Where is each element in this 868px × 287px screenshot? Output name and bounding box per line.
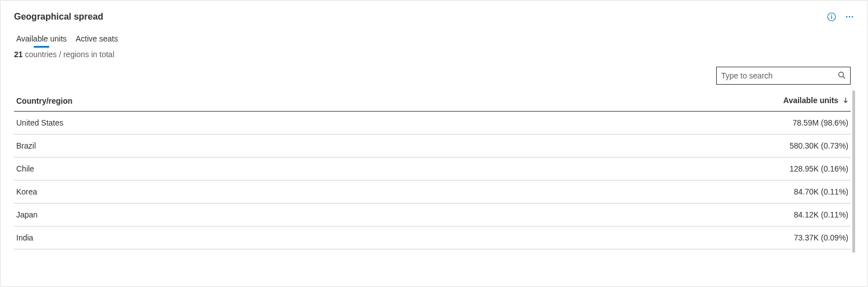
header-actions xyxy=(827,12,854,21)
svg-rect-2 xyxy=(831,16,832,19)
scrollbar[interactable] xyxy=(852,90,855,253)
svg-point-6 xyxy=(839,72,844,77)
table-row[interactable]: United States 78.59M (98.6%) xyxy=(14,112,851,135)
cell-value: 78.59M (98.6%) xyxy=(404,112,851,135)
tab-active-seats[interactable]: Active seats xyxy=(76,32,118,47)
svg-point-4 xyxy=(849,16,851,18)
search-row xyxy=(14,67,854,85)
geographical-spread-card: Geographical spread Available units xyxy=(0,0,868,287)
tab-available-units[interactable]: Available units xyxy=(16,32,67,47)
col-header-value[interactable]: Available units xyxy=(404,90,851,112)
card-header: Geographical spread xyxy=(14,12,854,22)
col-header-label: Available units xyxy=(783,96,838,105)
cell-value: 84.70K (0.11%) xyxy=(404,180,851,203)
svg-point-1 xyxy=(831,15,832,16)
cell-country: Chile xyxy=(14,158,404,180)
sort-desc-icon xyxy=(843,96,848,105)
cell-country: Brazil xyxy=(14,135,404,158)
cell-value: 73.37K (0.09%) xyxy=(404,226,851,249)
tabs: Available units Active seats xyxy=(14,32,854,47)
card-title: Geographical spread xyxy=(14,12,103,22)
summary-count: 21 xyxy=(14,50,23,59)
table-row[interactable]: Japan 84.12K (0.11%) xyxy=(14,203,851,226)
table-wrap: Country/region Available units xyxy=(14,90,854,249)
table-row[interactable]: Korea 84.70K (0.11%) xyxy=(14,180,851,203)
table-row[interactable]: India 73.37K (0.09%) xyxy=(14,226,851,249)
svg-point-3 xyxy=(846,16,848,18)
table-row[interactable]: Brazil 580.30K (0.73%) xyxy=(14,135,851,158)
tab-label: Available units xyxy=(16,34,67,43)
cell-country: Japan xyxy=(14,203,404,226)
tab-label: Active seats xyxy=(76,34,118,43)
table-body: United States 78.59M (98.6%) Brazil 580.… xyxy=(14,112,851,249)
summary-line: 21 countries / regions in total xyxy=(14,50,854,59)
table-row[interactable]: Chile 128.95K (0.16%) xyxy=(14,158,851,180)
cell-country: United States xyxy=(14,112,404,135)
info-icon[interactable] xyxy=(827,12,836,21)
search-input[interactable] xyxy=(721,71,838,80)
summary-text: countries / regions in total xyxy=(23,50,114,59)
cell-value: 128.95K (0.16%) xyxy=(404,158,851,180)
search-icon xyxy=(838,71,846,81)
col-header-country[interactable]: Country/region xyxy=(14,90,404,112)
svg-point-5 xyxy=(852,16,853,18)
cell-country: India xyxy=(14,226,404,249)
data-table: Country/region Available units xyxy=(14,90,851,249)
col-header-label: Country/region xyxy=(16,96,72,105)
more-icon[interactable] xyxy=(845,12,854,21)
svg-line-7 xyxy=(843,76,845,78)
search-box[interactable] xyxy=(716,67,851,85)
cell-value: 84.12K (0.11%) xyxy=(404,203,851,226)
cell-country: Korea xyxy=(14,180,404,203)
table-header-row: Country/region Available units xyxy=(14,90,851,112)
cell-value: 580.30K (0.73%) xyxy=(404,135,851,158)
